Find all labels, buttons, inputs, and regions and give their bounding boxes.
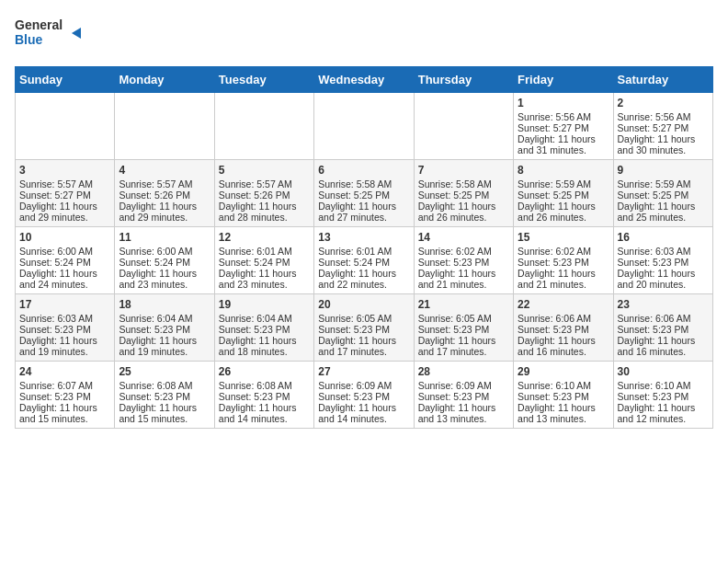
sunrise-text: Sunrise: 6:09 AM: [418, 380, 492, 391]
sunset-text: Sunset: 5:23 PM: [618, 257, 689, 268]
sunrise-text: Sunrise: 6:04 AM: [119, 313, 192, 324]
svg-text:Blue: Blue: [15, 32, 43, 47]
day-number: 5: [219, 164, 310, 177]
sunset-text: Sunset: 5:23 PM: [618, 324, 689, 335]
sunset-text: Sunset: 5:25 PM: [318, 190, 390, 201]
daylight-text: Daylight: 11 hours and 30 minutes.: [618, 133, 696, 155]
daylight-text: Daylight: 11 hours and 21 minutes.: [518, 268, 596, 290]
day-number: 2: [618, 97, 709, 109]
daylight-text: Daylight: 11 hours and 19 minutes.: [119, 335, 197, 357]
sunrise-text: Sunrise: 5:59 AM: [618, 178, 691, 190]
day-number: 3: [19, 164, 110, 177]
calendar-cell: 7 Sunrise: 5:58 AM Sunset: 5:25 PM Dayli…: [414, 160, 513, 227]
calendar-cell: 29 Sunrise: 6:10 AM Sunset: 5:23 PM Dayl…: [514, 362, 613, 429]
sunrise-text: Sunrise: 6:09 AM: [318, 380, 392, 391]
calendar-cell: [314, 93, 414, 160]
sunset-text: Sunset: 5:23 PM: [318, 391, 390, 402]
daylight-text: Daylight: 11 hours and 17 minutes.: [318, 335, 396, 357]
daylight-text: Daylight: 11 hours and 19 minutes.: [19, 335, 97, 357]
calendar-cell: 26 Sunrise: 6:08 AM Sunset: 5:23 PM Dayl…: [214, 362, 313, 429]
sunset-text: Sunset: 5:24 PM: [119, 257, 190, 268]
daylight-text: Daylight: 11 hours and 21 minutes.: [418, 268, 496, 290]
sunset-text: Sunset: 5:23 PM: [518, 324, 589, 335]
sunset-text: Sunset: 5:23 PM: [119, 324, 190, 335]
daylight-text: Daylight: 11 hours and 31 minutes.: [518, 133, 596, 155]
day-number: 23: [618, 298, 709, 311]
day-number: 29: [518, 365, 609, 378]
day-number: 14: [418, 231, 509, 244]
weekday-header-thursday: Thursday: [414, 67, 513, 93]
day-number: 4: [119, 164, 210, 177]
calendar-cell: 15 Sunrise: 6:02 AM Sunset: 5:23 PM Dayl…: [514, 227, 613, 294]
daylight-text: Daylight: 11 hours and 14 minutes.: [318, 402, 396, 424]
day-number: 19: [219, 298, 310, 311]
day-number: 26: [219, 365, 310, 378]
calendar-cell: 3 Sunrise: 5:57 AM Sunset: 5:27 PM Dayli…: [16, 160, 115, 227]
daylight-text: Daylight: 11 hours and 18 minutes.: [219, 335, 297, 357]
sunrise-text: Sunrise: 6:02 AM: [518, 246, 591, 257]
weekday-header-row: SundayMondayTuesdayWednesdayThursdayFrid…: [16, 67, 713, 93]
sunset-text: Sunset: 5:23 PM: [318, 324, 390, 335]
calendar-week-4: 17 Sunrise: 6:03 AM Sunset: 5:23 PM Dayl…: [16, 294, 713, 362]
sunrise-text: Sunrise: 6:04 AM: [219, 313, 292, 324]
sunset-text: Sunset: 5:25 PM: [618, 190, 689, 201]
day-number: 22: [518, 298, 609, 311]
daylight-text: Daylight: 11 hours and 27 minutes.: [318, 201, 396, 223]
calendar-cell: 30 Sunrise: 6:10 AM Sunset: 5:23 PM Dayl…: [613, 362, 712, 429]
day-number: 15: [518, 231, 609, 244]
calendar-cell: 4 Sunrise: 5:57 AM Sunset: 5:26 PM Dayli…: [115, 160, 214, 227]
calendar-cell: 17 Sunrise: 6:03 AM Sunset: 5:23 PM Dayl…: [16, 294, 115, 362]
sunrise-text: Sunrise: 5:57 AM: [219, 178, 292, 190]
daylight-text: Daylight: 11 hours and 29 minutes.: [119, 201, 197, 223]
daylight-text: Daylight: 11 hours and 16 minutes.: [618, 335, 696, 357]
day-number: 24: [19, 365, 110, 378]
day-number: 12: [219, 231, 310, 244]
sunset-text: Sunset: 5:23 PM: [418, 391, 490, 402]
sunset-text: Sunset: 5:23 PM: [518, 257, 589, 268]
sunset-text: Sunset: 5:23 PM: [418, 324, 490, 335]
day-number: 30: [618, 365, 709, 378]
weekday-header-friday: Friday: [514, 67, 613, 93]
daylight-text: Daylight: 11 hours and 29 minutes.: [19, 201, 97, 223]
day-number: 9: [618, 164, 709, 177]
weekday-header-sunday: Sunday: [16, 67, 115, 93]
calendar-cell: [414, 93, 513, 160]
daylight-text: Daylight: 11 hours and 28 minutes.: [219, 201, 297, 223]
daylight-text: Daylight: 11 hours and 15 minutes.: [119, 402, 197, 424]
calendar-cell: 10 Sunrise: 6:00 AM Sunset: 5:24 PM Dayl…: [16, 227, 115, 294]
sunrise-text: Sunrise: 5:58 AM: [318, 178, 392, 190]
calendar-cell: 25 Sunrise: 6:08 AM Sunset: 5:23 PM Dayl…: [115, 362, 214, 429]
svg-marker-2: [72, 28, 81, 39]
calendar-cell: 6 Sunrise: 5:58 AM Sunset: 5:25 PM Dayli…: [314, 160, 414, 227]
sunset-text: Sunset: 5:26 PM: [219, 190, 290, 201]
calendar-cell: [16, 93, 115, 160]
sunrise-text: Sunrise: 5:56 AM: [518, 111, 591, 122]
daylight-text: Daylight: 11 hours and 22 minutes.: [318, 268, 396, 290]
calendar-cell: 11 Sunrise: 6:00 AM Sunset: 5:24 PM Dayl…: [115, 227, 214, 294]
day-number: 17: [19, 298, 110, 311]
daylight-text: Daylight: 11 hours and 26 minutes.: [418, 201, 496, 223]
calendar-week-5: 24 Sunrise: 6:07 AM Sunset: 5:23 PM Dayl…: [16, 362, 713, 429]
sunrise-text: Sunrise: 6:00 AM: [19, 246, 93, 257]
sunrise-text: Sunrise: 6:10 AM: [518, 380, 591, 391]
day-number: 7: [418, 164, 509, 177]
daylight-text: Daylight: 11 hours and 25 minutes.: [618, 201, 696, 223]
sunrise-text: Sunrise: 6:01 AM: [318, 246, 392, 257]
sunset-text: Sunset: 5:26 PM: [119, 190, 190, 201]
calendar-cell: 16 Sunrise: 6:03 AM Sunset: 5:23 PM Dayl…: [613, 227, 712, 294]
sunset-text: Sunset: 5:24 PM: [318, 257, 390, 268]
day-number: 6: [318, 164, 409, 177]
daylight-text: Daylight: 11 hours and 20 minutes.: [618, 268, 696, 290]
day-number: 20: [318, 298, 409, 311]
sunrise-text: Sunrise: 6:08 AM: [219, 380, 292, 391]
day-number: 8: [518, 164, 609, 177]
day-number: 16: [618, 231, 709, 244]
sunrise-text: Sunrise: 6:03 AM: [19, 313, 93, 324]
sunset-text: Sunset: 5:25 PM: [418, 190, 490, 201]
daylight-text: Daylight: 11 hours and 13 minutes.: [418, 402, 496, 424]
day-number: 18: [119, 298, 210, 311]
sunrise-text: Sunrise: 6:10 AM: [618, 380, 691, 391]
sunset-text: Sunset: 5:23 PM: [19, 324, 91, 335]
day-number: 28: [418, 365, 509, 378]
calendar-cell: 23 Sunrise: 6:06 AM Sunset: 5:23 PM Dayl…: [613, 294, 712, 362]
